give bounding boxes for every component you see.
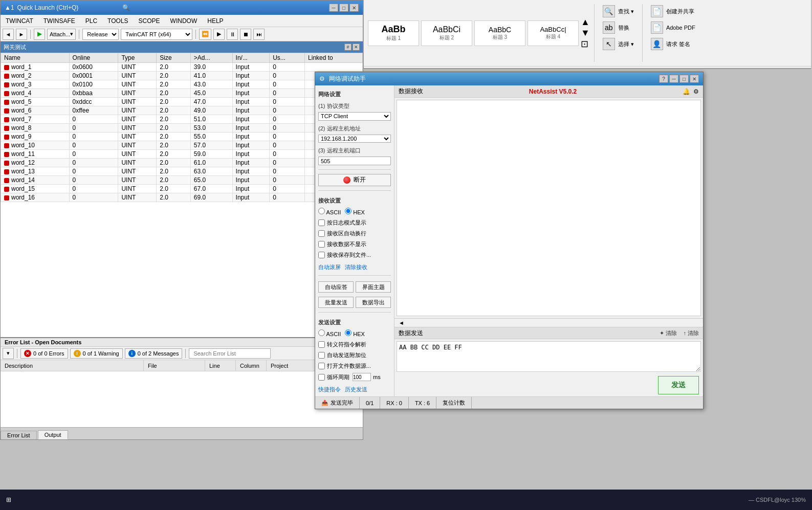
netassist-maximize-button[interactable]: □ <box>679 75 689 83</box>
netassist-close-button[interactable]: ✕ <box>690 75 699 83</box>
error-filter-dropdown[interactable]: ▾ <box>3 348 14 359</box>
toolbar-btn5[interactable]: ⏭ <box>253 29 265 40</box>
col-name[interactable]: Name <box>1 53 70 63</box>
style-up-arrow[interactable]: ▲ <box>581 17 590 28</box>
maximize-button[interactable]: □ <box>339 4 348 12</box>
back-button[interactable]: ◄ <box>3 29 14 40</box>
ascii-radio[interactable] <box>318 208 325 214</box>
data-send-textarea[interactable]: AA BB CC DD EE FF <box>397 341 701 372</box>
table-row[interactable]: word_1 0x0600 UINT 2.0 39.0 Input 0 <box>1 63 363 72</box>
remote-host-select[interactable]: 192.168.1.200 <box>318 135 391 143</box>
table-row[interactable]: word_15 0 UINT 2.0 67.0 Input 0 <box>1 185 363 193</box>
sub-close-button[interactable]: ✕ <box>353 43 360 51</box>
minimize-button[interactable]: ─ <box>329 4 338 12</box>
cycle-checkbox[interactable] <box>318 374 325 381</box>
forward-button[interactable]: ► <box>16 29 27 40</box>
remote-port-input[interactable] <box>318 157 391 165</box>
table-row[interactable]: word_5 0xddcc UINT 2.0 47.0 Input 0 <box>1 98 363 106</box>
col-size[interactable]: Size <box>157 53 190 63</box>
collapse-arrow-icon[interactable]: ◄ <box>399 320 404 326</box>
style-heading1[interactable]: AaBb 标题 1 <box>368 20 419 46</box>
toolbar-btn2[interactable]: ▶ <box>213 29 225 40</box>
auto-scroll-link[interactable]: 自动滚屏 <box>318 263 341 271</box>
table-row[interactable]: word_14 0 UINT 2.0 65.0 Input 0 <box>1 176 363 185</box>
table-row[interactable]: word_3 0x0100 UINT 2.0 43.0 Input 0 <box>1 80 363 89</box>
protocol-select[interactable]: TCP Client <box>318 112 391 121</box>
find-action-btn[interactable]: 🔍 查找 ▾ <box>601 4 636 18</box>
hex-radio[interactable] <box>345 208 352 214</box>
tab-error-list[interactable]: Error List <box>1 431 37 439</box>
menu-plc[interactable]: PLC <box>80 15 102 27</box>
col-linked[interactable]: Linked to <box>305 53 363 63</box>
save-file-checkbox[interactable] <box>318 252 325 258</box>
style-scroll-arrows[interactable]: ▲ ▼ ⊡ <box>581 17 590 50</box>
table-row[interactable]: word_12 0 UINT 2.0 61.0 Input 0 <box>1 159 363 167</box>
auto-suffix-checkbox[interactable] <box>318 352 325 359</box>
table-row[interactable]: word_6 0xffee UINT 2.0 49.0 Input 0 <box>1 106 363 115</box>
open-file-checkbox[interactable] <box>318 363 325 369</box>
menu-twinsafe[interactable]: TWINSAFE <box>38 15 80 27</box>
play-button[interactable]: ▶ <box>34 29 45 40</box>
close-button[interactable]: ✕ <box>349 4 359 12</box>
table-row[interactable]: word_2 0x0001 UINT 2.0 41.0 Input 0 <box>1 72 363 80</box>
message-count-btn[interactable]: i 0 of 2 Messages <box>125 348 183 359</box>
warning-count-btn[interactable]: ! 0 of 1 Warning <box>70 348 123 359</box>
toolbar-btn1[interactable]: ⏪ <box>199 29 211 40</box>
menu-scope[interactable]: SCOPE <box>134 15 165 27</box>
menu-tools[interactable]: TOOLS <box>102 15 133 27</box>
col-online[interactable]: Online <box>69 53 118 63</box>
create-share-btn[interactable]: 📄 创建并共享 <box>649 4 697 18</box>
release-select[interactable]: Release <box>82 29 119 40</box>
tab-output[interactable]: Output <box>38 430 68 439</box>
escape-checkbox[interactable] <box>318 341 325 348</box>
toolbar-btn4[interactable]: ⏹ <box>240 29 251 40</box>
netassist-question-button[interactable]: ? <box>659 75 668 83</box>
reset-section[interactable]: 复位计数 <box>436 397 472 409</box>
send-ascii-radio[interactable] <box>318 329 325 336</box>
auto-wrap-checkbox[interactable] <box>318 230 325 237</box>
sub-pin-button[interactable]: # <box>344 43 352 51</box>
send-hex-radio[interactable] <box>345 329 352 336</box>
table-row[interactable]: word_11 0 UINT 2.0 59.0 Input 0 <box>1 150 363 159</box>
history-link[interactable]: 历史发送 <box>345 386 367 393</box>
netassist-minimize-button[interactable]: ─ <box>669 75 678 83</box>
error-search-input[interactable] <box>189 348 271 359</box>
style-heading4[interactable]: AaBbCc| 标题 4 <box>528 20 579 46</box>
menu-help[interactable]: HELP <box>202 15 228 27</box>
cycle-value-input[interactable] <box>353 373 371 381</box>
select-action-btn[interactable]: ↖ 选择 ▾ <box>601 37 636 51</box>
table-row[interactable]: word_9 0 UINT 2.0 55.0 Input 0 <box>1 132 363 141</box>
table-row[interactable]: word_4 0xbbaa UINT 2.0 45.0 Input 0 <box>1 89 363 98</box>
style-down-arrow[interactable]: ▼ <box>581 28 590 38</box>
ui-theme-btn[interactable]: 界面主题 <box>356 281 391 293</box>
taskbar-start[interactable]: ⊞ <box>0 496 17 503</box>
col-type[interactable]: Type <box>118 53 157 63</box>
reset-label[interactable]: 复位计数 <box>443 399 465 407</box>
col-inout[interactable]: In/... <box>232 53 270 63</box>
attach-dropdown[interactable]: Attach... ▾ <box>47 29 76 40</box>
clear-recv-btn[interactable]: ✦ 清除 <box>660 329 677 337</box>
style-heading2[interactable]: AaBbCi 标题 2 <box>421 20 472 46</box>
toolbar-btn3[interactable]: ⏸ <box>227 29 238 40</box>
disconnect-button[interactable]: 断开 <box>318 174 391 186</box>
adobe-pdf-btn[interactable]: 📄 Adobe PDF <box>649 20 697 35</box>
data-export-btn[interactable]: 数据导出 <box>356 297 391 308</box>
send-button[interactable]: 发送 <box>658 376 699 394</box>
table-row[interactable]: word_13 0 UINT 2.0 63.0 Input 0 <box>1 167 363 176</box>
replace-action-btn[interactable]: ab 替换 <box>601 20 636 35</box>
col-addr[interactable]: >Ad... <box>190 53 232 63</box>
table-row[interactable]: word_7 0 UINT 2.0 51.0 Input 0 <box>1 115 363 124</box>
request-sign-btn[interactable]: 👤 请求 签名 <box>649 37 697 51</box>
col-us[interactable]: Us... <box>270 53 305 63</box>
clear-send-btn[interactable]: ↑ 清除 <box>683 329 699 337</box>
table-row[interactable]: word_8 0 UINT 2.0 53.0 Input 0 <box>1 124 363 132</box>
no-display-checkbox[interactable] <box>318 241 325 248</box>
style-expand-arrow[interactable]: ⊡ <box>581 38 590 50</box>
auto-reply-btn[interactable]: 自动应答 <box>318 281 354 293</box>
quick-send-link[interactable]: 快捷指令 <box>318 386 341 393</box>
menu-twincat[interactable]: TWINCAT <box>1 15 38 27</box>
menu-window[interactable]: WINDOW <box>165 15 203 27</box>
clear-recv-link[interactable]: 清除接收 <box>345 263 367 271</box>
runtime-select[interactable]: TwinCAT RT (x64) <box>121 29 192 40</box>
style-heading3[interactable]: AaBbC 标题 3 <box>474 20 525 46</box>
